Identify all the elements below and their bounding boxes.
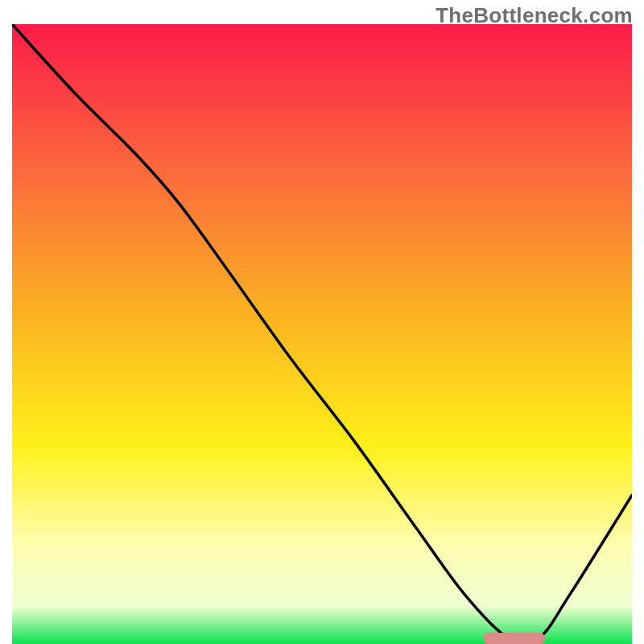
optimal-zone-marker (483, 633, 545, 644)
bottleneck-chart (12, 24, 632, 644)
chart-stage: TheBottleneck.com (0, 0, 644, 644)
plot-area (12, 24, 632, 644)
watermark-text: TheBottleneck.com (436, 3, 633, 28)
gradient-background (12, 24, 632, 644)
